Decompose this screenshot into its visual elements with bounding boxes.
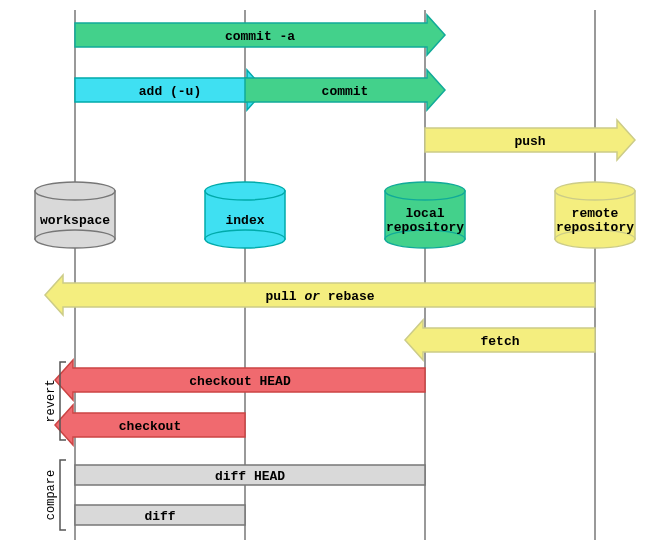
arrow-push-label: push	[514, 134, 545, 149]
section-compare-bracket	[60, 460, 66, 530]
svg-point-15	[555, 182, 635, 200]
stage-local-label: local	[405, 206, 444, 221]
arrow-add-u-label: add (-u)	[139, 84, 201, 99]
stage-workspace-label: workspace	[40, 213, 110, 228]
svg-point-5	[35, 182, 115, 200]
arrow-commit-a-label: commit -a	[225, 29, 295, 44]
svg-point-8	[205, 182, 285, 200]
arrow-commit-label: commit	[322, 84, 369, 99]
svg-text:repository: repository	[386, 220, 464, 235]
svg-text:repository: repository	[556, 220, 634, 235]
section-revert-label: revert	[44, 379, 58, 422]
svg-point-6	[35, 230, 115, 248]
stage-remote-label: remote	[572, 206, 619, 221]
arrow-checkout-head-label: checkout HEAD	[189, 374, 291, 389]
arrow-pull-rebase-label: pull or rebase	[265, 289, 374, 304]
git-diagram: commit -aadd (-u)commitpushworkspaceinde…	[0, 0, 666, 550]
svg-point-11	[385, 182, 465, 200]
arrow-fetch-label: fetch	[480, 334, 519, 349]
bar-diff-head-label: diff HEAD	[215, 469, 285, 484]
svg-point-9	[205, 230, 285, 248]
stage-index-label: index	[225, 213, 264, 228]
arrow-checkout-label: checkout	[119, 419, 181, 434]
section-compare-label: compare	[44, 470, 58, 520]
bar-diff-label: diff	[144, 509, 175, 524]
